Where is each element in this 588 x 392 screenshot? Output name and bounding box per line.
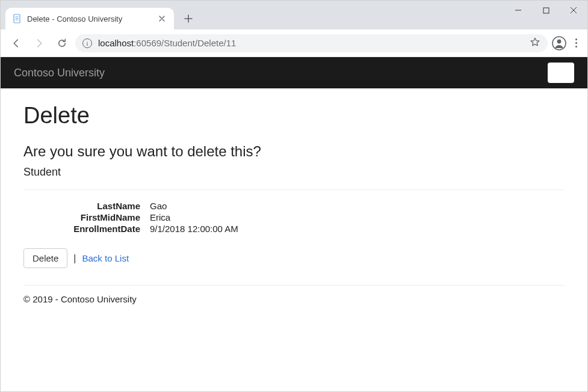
field-label-firstmidname: FirstMidName xyxy=(23,212,150,222)
url-text: localhost:60569/Student/Delete/11 xyxy=(98,38,236,48)
page-viewport: Contoso University Delete Are you sure y… xyxy=(1,57,587,391)
site-info-icon[interactable]: i xyxy=(82,38,92,48)
field-value-enrollmentdate: 9/1/2018 12:00:00 AM xyxy=(150,224,565,234)
browser-menu-icon[interactable] xyxy=(571,38,581,47)
page-container: Delete Are you sure you want to delete t… xyxy=(1,88,587,316)
nav-back-button[interactable] xyxy=(7,34,26,53)
svg-rect-5 xyxy=(543,8,549,13)
action-separator: | xyxy=(73,253,76,264)
window-controls xyxy=(504,1,587,20)
navbar-brand[interactable]: Contoso University xyxy=(14,67,105,79)
page-title: Delete xyxy=(23,103,565,129)
delete-button[interactable]: Delete xyxy=(23,248,67,268)
profile-avatar-icon[interactable] xyxy=(551,35,567,51)
field-value-lastname: Gao xyxy=(150,201,565,211)
footer-text: © 2019 - Contoso University xyxy=(23,294,565,304)
bookmark-star-icon[interactable] xyxy=(530,37,540,50)
confirm-heading: Are you sure you want to delete this? xyxy=(23,143,565,160)
tabs-row: Delete - Contoso University xyxy=(5,1,197,29)
browser-window: Delete - Contoso University xyxy=(0,0,588,392)
tab-title: Delete - Contoso University xyxy=(27,14,152,23)
svg-point-7 xyxy=(557,39,562,43)
footer-divider xyxy=(23,285,565,286)
url-port: :60569 xyxy=(134,38,161,48)
omnibox-actions xyxy=(530,37,540,50)
form-actions: Delete | Back to List xyxy=(23,248,565,268)
nav-reload-button[interactable] xyxy=(52,34,72,53)
title-bar: Delete - Contoso University xyxy=(1,1,587,29)
url-path: /Student/Delete/11 xyxy=(161,38,236,48)
back-to-list-link[interactable]: Back to List xyxy=(82,253,129,263)
field-value-firstmidname: Erica xyxy=(150,212,565,222)
details-list: LastName Gao FirstMidName Erica Enrollme… xyxy=(23,201,565,234)
address-bar[interactable]: i localhost:60569/Student/Delete/11 xyxy=(75,34,548,52)
entity-heading: Student xyxy=(23,166,565,179)
page-favicon-icon xyxy=(13,14,22,23)
url-host: localhost xyxy=(98,38,134,48)
nav-forward-button[interactable] xyxy=(29,34,49,53)
divider xyxy=(23,189,565,190)
field-label-enrollmentdate: EnrollmentDate xyxy=(23,224,150,234)
window-maximize-button[interactable] xyxy=(532,1,560,20)
browser-tab[interactable]: Delete - Contoso University xyxy=(5,8,174,29)
site-navbar: Contoso University xyxy=(1,57,587,88)
tab-close-icon[interactable] xyxy=(157,14,167,23)
toolbar: i localhost:60569/Student/Delete/11 xyxy=(1,29,587,57)
window-minimize-button[interactable] xyxy=(504,1,532,20)
field-label-lastname: LastName xyxy=(23,201,150,211)
window-close-button[interactable] xyxy=(560,1,587,20)
navbar-toggler-button[interactable] xyxy=(548,63,574,83)
new-tab-button[interactable] xyxy=(180,10,197,27)
